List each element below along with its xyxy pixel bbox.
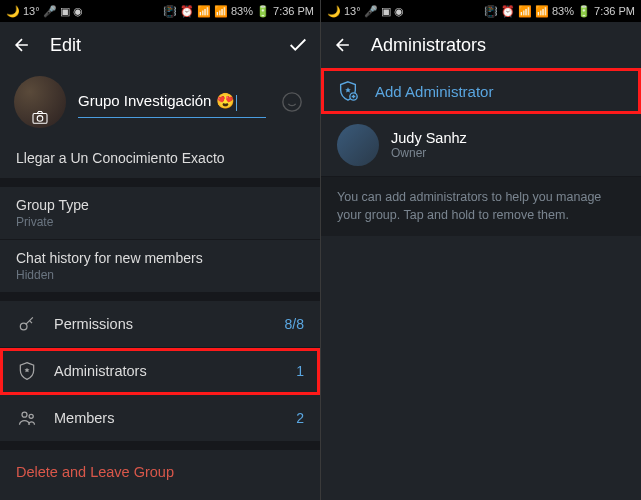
battery-icon: 🔋 [256,5,270,18]
members-label: Members [54,410,280,426]
svg-point-5 [29,414,33,418]
clock-text: 7:36 PM [273,5,314,17]
group-name-input[interactable]: Grupo Investigación 😍 [78,86,266,117]
help-text: You can add administrators to help you m… [321,177,641,236]
add-admin-label: Add Administrator [375,83,493,100]
administrators-screen: 🌙 13° 🎤 ▣ ◉ 📳 ⏰ 📶 📶 83% 🔋 7:36 PM Admini… [321,0,641,500]
group-type-value: Private [16,215,304,229]
battery-text: 83% [231,5,253,17]
owner-avatar [337,124,379,166]
permissions-label: Permissions [54,316,269,332]
group-type-row[interactable]: Group Type Private [0,187,320,240]
moon-icon: 🌙 [327,5,341,18]
app-bar-2: Administrators [321,22,641,68]
shield-plus-icon [337,80,359,102]
members-value: 2 [296,410,304,426]
signal-icon-2: 📶 [535,5,549,18]
group-type-label: Group Type [16,197,304,213]
vibrate-icon: 📳 [484,5,498,18]
group-avatar[interactable] [14,76,66,128]
shield-star-icon [16,360,38,382]
owner-name: Judy Sanhz [391,130,467,146]
page-title: Edit [50,35,270,56]
admins-label: Administrators [54,363,280,379]
owner-row[interactable]: Judy Sanhz Owner [321,114,641,177]
svg-point-2 [283,93,301,111]
owner-role: Owner [391,146,467,160]
svg-rect-0 [33,114,47,124]
people-icon [16,407,38,429]
status-bar: 🌙 13° 🎤 ▣ ◉ 📳 ⏰ 📶 📶 83% 🔋 7:36 PM [0,0,320,22]
mic-icon: 🎤 [43,5,57,18]
history-label: Chat history for new members [16,250,304,266]
confirm-button[interactable] [286,33,310,57]
permissions-row[interactable]: Permissions 8/8 [0,301,320,348]
battery-text: 83% [552,5,574,17]
emoji-button[interactable] [278,88,306,116]
swirl-icon: ◉ [394,5,404,18]
alarm-icon: ⏰ [180,5,194,18]
group-header: Grupo Investigación 😍 [0,68,320,140]
add-administrator-button[interactable]: Add Administrator [321,68,641,114]
history-value: Hidden [16,268,304,282]
mic-icon: 🎤 [364,5,378,18]
svg-point-1 [37,116,43,122]
temp-indicator: 13° [23,5,40,17]
signal-icon-2: 📶 [214,5,228,18]
description-text: Llegar a Un Conocimiento Exacto [16,150,304,166]
back-button[interactable] [10,33,34,57]
clock-text: 7:36 PM [594,5,635,17]
moon-icon: 🌙 [6,5,20,18]
delete-leave-button[interactable]: Delete and Leave Group [0,450,320,494]
alarm-icon: ⏰ [501,5,515,18]
signal-icon: 📶 [197,5,211,18]
square-icon: ▣ [60,5,70,18]
key-icon [16,313,38,335]
administrators-row[interactable]: Administrators 1 [0,348,320,395]
page-title-2: Administrators [371,35,631,56]
chat-history-row[interactable]: Chat history for new members Hidden [0,240,320,293]
signal-icon: 📶 [518,5,532,18]
square-icon: ▣ [381,5,391,18]
app-bar: Edit [0,22,320,68]
status-bar-2: 🌙 13° 🎤 ▣ ◉ 📳 ⏰ 📶 📶 83% 🔋 7:36 PM [321,0,641,22]
back-button-2[interactable] [331,33,355,57]
permissions-value: 8/8 [285,316,304,332]
swirl-icon: ◉ [73,5,83,18]
admins-value: 1 [296,363,304,379]
svg-point-4 [22,412,27,417]
edit-screen: 🌙 13° 🎤 ▣ ◉ 📳 ⏰ 📶 📶 83% 🔋 7:36 PM Edit [0,0,320,500]
members-row[interactable]: Members 2 [0,395,320,442]
temp-indicator: 13° [344,5,361,17]
description-section[interactable]: Llegar a Un Conocimiento Exacto [0,140,320,179]
vibrate-icon: 📳 [163,5,177,18]
battery-icon: 🔋 [577,5,591,18]
camera-icon [31,110,49,124]
